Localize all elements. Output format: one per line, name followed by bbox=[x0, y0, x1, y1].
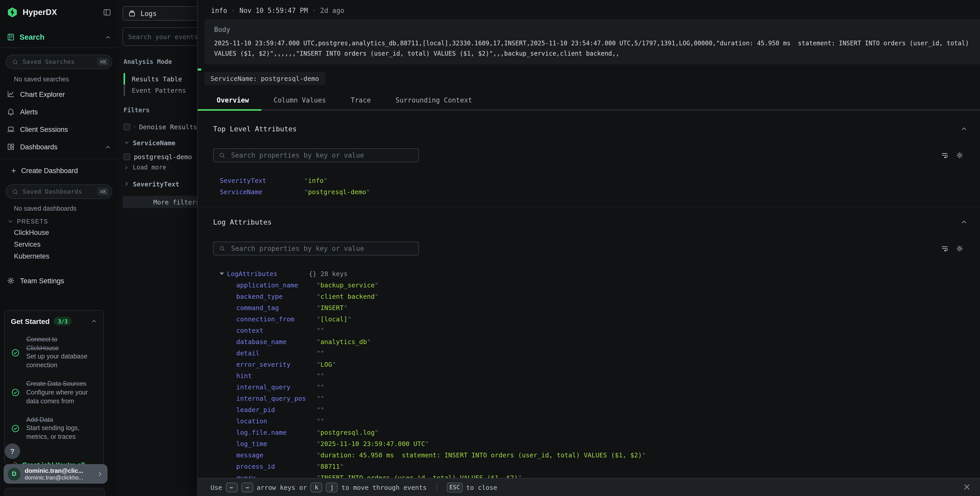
attribute-row[interactable]: backend_type client backend bbox=[236, 290, 968, 302]
detail-tab[interactable]: Column Values bbox=[261, 91, 339, 111]
attribute-value[interactable]: 2025-11-10 23:59:47.000 UTC bbox=[317, 440, 429, 447]
property-search-input[interactable] bbox=[230, 244, 413, 253]
attribute-key[interactable]: hint bbox=[236, 372, 317, 380]
source-select[interactable]: Logs bbox=[123, 6, 204, 21]
detail-tab[interactable]: Overview bbox=[198, 91, 261, 111]
user-menu[interactable]: D dominic.tran@clic... dominic.tran@clic… bbox=[3, 464, 108, 484]
attribute-value[interactable] bbox=[317, 406, 324, 413]
attribute-value[interactable]: INSERT bbox=[317, 304, 347, 311]
expand-triangle-icon[interactable] bbox=[220, 272, 224, 275]
attribute-key[interactable]: SeverityText bbox=[220, 176, 304, 184]
sidebar-item-dashboards[interactable]: Dashboards bbox=[7, 141, 111, 153]
attribute-key[interactable]: location bbox=[236, 417, 317, 425]
preset-item[interactable]: Kubernetes bbox=[14, 252, 118, 260]
attribute-row[interactable]: connection_from [local] bbox=[236, 313, 968, 324]
attribute-row[interactable]: process_id 88711 bbox=[236, 461, 968, 472]
attribute-row[interactable]: internal_query_pos bbox=[236, 392, 968, 404]
create-dashboard-button[interactable]: Create Dashboard bbox=[10, 165, 111, 176]
attribute-key[interactable]: message bbox=[236, 451, 317, 459]
attribute-row[interactable]: ServiceName postgresql-demo bbox=[220, 186, 968, 197]
attribute-key[interactable]: database_name bbox=[236, 338, 317, 345]
attribute-key[interactable]: detail bbox=[236, 349, 317, 357]
sidebar-item-chart-explorer[interactable]: Chart Explorer bbox=[7, 89, 111, 100]
attribute-row[interactable]: location bbox=[236, 415, 968, 426]
attribute-key[interactable]: application_name bbox=[236, 281, 317, 289]
get-started-step[interactable]: Add Data Start sending logs, metrics, or… bbox=[11, 415, 97, 442]
attribute-key[interactable]: ServiceName bbox=[220, 188, 304, 195]
preset-item[interactable]: ClickHouse bbox=[14, 229, 118, 236]
attribute-value[interactable] bbox=[317, 372, 324, 380]
attribute-value[interactable] bbox=[317, 417, 324, 425]
event-search-input[interactable] bbox=[123, 27, 204, 46]
attribute-value[interactable]: client backend bbox=[317, 292, 379, 300]
attribute-key[interactable]: context bbox=[236, 326, 317, 334]
attribute-row[interactable]: query INSERT INTO orders (user_id, total… bbox=[236, 472, 968, 478]
wrap-lines-icon[interactable] bbox=[941, 245, 948, 252]
sidebar-item-client-sessions[interactable]: Client Sessions bbox=[7, 124, 111, 135]
attribute-row[interactable]: SeverityText info bbox=[220, 175, 968, 186]
checkbox[interactable] bbox=[124, 153, 130, 160]
attribute-key[interactable]: internal_query bbox=[236, 383, 317, 391]
attribute-value[interactable]: analytics_db bbox=[317, 338, 371, 345]
property-search[interactable] bbox=[213, 148, 419, 162]
load-more-button[interactable]: Load more bbox=[124, 163, 197, 172]
service-name-tag[interactable]: ServiceName: postgresql-demo bbox=[204, 72, 325, 85]
sidebar-item-team-settings[interactable]: Team Settings bbox=[7, 275, 111, 286]
attribute-value[interactable]: LOG bbox=[317, 360, 336, 368]
chevron-up-icon[interactable] bbox=[105, 34, 111, 40]
attribute-key[interactable]: log.file.name bbox=[236, 428, 317, 436]
attribute-key[interactable]: log_time bbox=[236, 440, 317, 447]
attribute-value[interactable]: [local] bbox=[317, 315, 352, 323]
gear-icon[interactable] bbox=[956, 152, 964, 159]
detail-content[interactable]: Top Level Attributes SeverityText info bbox=[198, 111, 980, 478]
attribute-value[interactable]: backup_service bbox=[317, 281, 379, 289]
chevron-up-icon[interactable] bbox=[91, 318, 97, 324]
attribute-key[interactable]: leader_pid bbox=[236, 406, 317, 413]
chevron-up-icon[interactable] bbox=[105, 144, 111, 150]
sidebar-item-alerts[interactable]: Alerts bbox=[7, 106, 111, 117]
presets-toggle[interactable]: PRESETS bbox=[7, 218, 118, 225]
sidebar-collapse-icon[interactable] bbox=[103, 8, 111, 16]
sidebar-item-search[interactable]: Search bbox=[0, 32, 118, 42]
checkbox[interactable] bbox=[124, 123, 130, 130]
property-search[interactable] bbox=[213, 242, 419, 255]
attribute-key[interactable]: error_severity bbox=[236, 360, 317, 368]
detail-tab[interactable]: Surrounding Context bbox=[383, 91, 484, 111]
attribute-row[interactable]: log_time 2025-11-10 23:59:47.000 UTC bbox=[236, 438, 968, 449]
property-search-input[interactable] bbox=[230, 151, 413, 159]
attribute-value[interactable]: duration: 45.950 ms statement: INSERT IN… bbox=[317, 451, 646, 459]
saved-dashboards-input[interactable]: Saved Dashboards ⌘K bbox=[6, 184, 112, 199]
attribute-row[interactable]: error_severity LOG bbox=[236, 359, 968, 370]
attribute-value[interactable]: postgresql-demo bbox=[304, 188, 370, 195]
denoise-results-checkbox-row[interactable]: Denoise Results bbox=[124, 121, 197, 132]
attribute-row[interactable]: command_tag INSERT bbox=[236, 302, 968, 313]
attribute-value[interactable]: info bbox=[304, 176, 327, 184]
attribute-key[interactable]: process_id bbox=[236, 462, 317, 470]
attribute-value[interactable] bbox=[317, 349, 324, 357]
more-filters-button[interactable]: More filters bbox=[123, 196, 205, 208]
attribute-row[interactable]: hint bbox=[236, 370, 968, 381]
get-started-step[interactable]: Connect to ClickHouse Set up your databa… bbox=[11, 335, 97, 370]
analysis-mode-option[interactable]: Results Table bbox=[125, 73, 197, 85]
log-attributes-root-row[interactable]: LogAttributes {} 28 keys bbox=[220, 268, 968, 279]
attribute-key[interactable]: backend_type bbox=[236, 292, 317, 300]
collapse-section-icon[interactable] bbox=[961, 125, 968, 132]
analysis-mode-option[interactable]: Event Patterns bbox=[125, 85, 197, 96]
wrap-lines-icon[interactable] bbox=[941, 152, 948, 159]
attribute-value[interactable] bbox=[317, 394, 324, 402]
detail-tab[interactable]: Trace bbox=[339, 91, 383, 111]
filter-group-servicename[interactable]: ServiceName bbox=[124, 137, 197, 148]
attribute-key[interactable]: connection_from bbox=[236, 315, 317, 323]
saved-searches-input[interactable]: Saved Searches ⌘K bbox=[6, 54, 112, 69]
attribute-value[interactable] bbox=[317, 383, 324, 391]
attribute-row[interactable]: internal_query bbox=[236, 381, 968, 392]
attribute-row[interactable]: context bbox=[236, 324, 968, 336]
attribute-value[interactable]: 88711 bbox=[317, 462, 344, 470]
attribute-key[interactable]: internal_query_pos bbox=[236, 394, 317, 402]
attribute-row[interactable]: detail bbox=[236, 347, 968, 359]
attribute-row[interactable]: leader_pid bbox=[236, 404, 968, 415]
gear-icon[interactable] bbox=[956, 245, 964, 252]
filter-group-severitytext[interactable]: SeverityText bbox=[124, 178, 197, 190]
help-button[interactable]: ? bbox=[5, 443, 20, 459]
attribute-value[interactable] bbox=[317, 326, 324, 334]
